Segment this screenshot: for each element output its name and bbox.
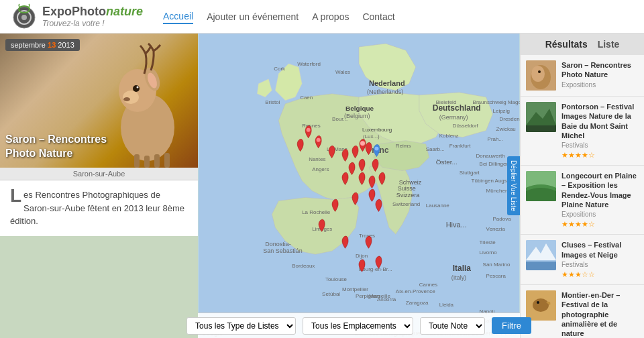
svg-text:Cork: Cork [274, 66, 285, 72]
main-content: Plan [0, 34, 644, 338]
result-item-4[interactable]: Cluses – Festival Images et Neige Festiv… [521, 235, 644, 285]
filter-bar: Tous les Type de Listes Tous les Emplace… [198, 313, 520, 338]
filter-button[interactable]: Filtre [492, 317, 531, 334]
deplier-vue-liste-button[interactable]: Déplier Vue Liste [507, 156, 520, 215]
filter-location-select[interactable]: Tous les Emplacements [303, 317, 413, 335]
filter-type-select[interactable]: Tous les Type de Listes [186, 317, 296, 335]
result-item-3[interactable]: Longecourt en Plaine – Exposition les Re… [521, 166, 644, 235]
result-thumb-2 [526, 102, 556, 132]
event-description: L es Rencontres Photographiques de Saron… [0, 180, 198, 236]
svg-point-90 [360, 141, 365, 146]
svg-text:Italia: Italia [453, 264, 472, 273]
event-description-text: es Rencontres Photographiques de Saron-s… [10, 190, 184, 226]
logo-brand: ExpoPhotonature [42, 5, 143, 19]
svg-text:San Marino: San Marino [483, 262, 511, 268]
svg-point-102 [537, 301, 539, 304]
result-category-1: Expositions [561, 81, 639, 89]
nav-add-event[interactable]: Ajouter un événement [207, 10, 299, 23]
filter-note-select[interactable]: Toute Note [420, 317, 485, 335]
event-title-overlay: Saron – Rencontres Photo Nature [5, 133, 140, 161]
svg-text:(Germany): (Germany) [439, 114, 468, 121]
svg-point-89 [374, 147, 378, 151]
svg-text:Cannes: Cannes [419, 282, 437, 288]
svg-rect-14 [154, 154, 160, 168]
svg-rect-99 [526, 262, 556, 270]
svg-text:Dresden: Dresden [500, 116, 520, 122]
svg-rect-15 [164, 153, 170, 168]
result-title-5: Montier-en-Der – Festival de la photogra… [561, 290, 639, 338]
svg-text:Montpellier: Montpellier [342, 286, 368, 292]
svg-text:Zaragoza: Zaragoza [406, 300, 429, 306]
svg-rect-13 [144, 156, 150, 168]
svg-text:Öster...: Öster... [436, 158, 458, 166]
svg-text:Wales: Wales [335, 69, 350, 75]
svg-text:Bordeaux: Bordeaux [292, 263, 315, 269]
result-title-3: Longecourt en Plaine – Exposition les Re… [561, 171, 639, 209]
svg-point-2 [21, 15, 27, 20]
event-date-badge: septembre 13 2013 [5, 39, 80, 51]
svg-text:Stuttgart: Stuttgart [460, 170, 480, 176]
result-category-2: Festivals [561, 142, 639, 149]
svg-text:Leipzig: Leipzig [493, 108, 510, 114]
event-card: septembre 13 2013 Saron – Rencontres Pho… [0, 34, 198, 236]
nav-accueil[interactable]: Accueil [163, 9, 193, 24]
svg-text:(Italy): (Italy) [451, 274, 466, 281]
result-thumb-4 [526, 240, 556, 270]
result-info-5: Montier-en-Der – Festival de la photogra… [561, 290, 639, 338]
svg-text:Rennes: Rennes [302, 123, 320, 129]
decorative-letter: L [10, 188, 21, 203]
result-item-1[interactable]: Saron – Rencontres Photo Nature Expositi… [521, 55, 644, 97]
result-stars-4: ★★★☆☆ [561, 270, 639, 279]
svg-text:Koblenz: Koblenz [439, 133, 459, 139]
result-info-4: Cluses – Festival Images et Neige Festiv… [561, 240, 639, 279]
logo-tagline: Trouvez-la votre ! [42, 19, 143, 28]
logo-area: ExpoPhotonature Trouvez-la votre ! [10, 3, 143, 31]
result-category-3: Expositions [561, 211, 639, 218]
svg-rect-96 [526, 125, 556, 132]
map-area[interactable]: Nederland (Netherlands) Deutschland (Ger… [198, 34, 520, 338]
map-background: Nederland (Netherlands) Deutschland (Ger… [198, 34, 520, 338]
svg-text:Schweiz: Schweiz [399, 179, 422, 186]
svg-point-8 [133, 85, 140, 92]
event-location: Saron-sur-Aube [0, 168, 198, 180]
map-svg: Nederland (Netherlands) Deutschland (Ger… [198, 34, 520, 338]
liste-tab[interactable]: Liste [598, 39, 620, 50]
result-title-4: Cluses – Festival Images et Neige [561, 240, 639, 260]
svg-text:(Belgium): (Belgium) [344, 113, 370, 119]
svg-text:Prah...: Prah... [488, 136, 503, 142]
result-item-5[interactable]: Montier-en-Der – Festival de la photogra… [521, 285, 644, 338]
svg-text:Caen: Caen [300, 95, 313, 101]
logo-text: ExpoPhotonature Trouvez-la votre ! [42, 5, 143, 29]
svg-text:Bour...: Bour... [332, 116, 347, 122]
svg-text:Aix-en-Provence: Aix-en-Provence [396, 288, 435, 294]
result-stars-2: ★★★★☆ [561, 151, 639, 160]
svg-text:Svizzera: Svizzera [396, 192, 419, 199]
svg-text:Suisse: Suisse [398, 185, 416, 192]
svg-text:Setúbal: Setúbal [322, 291, 340, 297]
nav-contact[interactable]: Contact [362, 10, 394, 23]
svg-text:(Netherlands): (Netherlands) [367, 89, 403, 95]
svg-text:Bielefeld: Bielefeld [436, 99, 457, 105]
svg-text:Switzerland: Switzerland [392, 201, 420, 207]
result-title-1: Saron – Rencontres Photo Nature [561, 60, 639, 80]
svg-text:Donostia-: Donostia- [265, 241, 290, 247]
main-nav: Accueil Ajouter un événement A propos Co… [163, 9, 395, 24]
header: ExpoPhotonature Trouvez-la votre ! Accue… [0, 0, 644, 34]
svg-point-94 [538, 70, 541, 73]
svg-text:Waterford: Waterford [297, 61, 321, 67]
result-item-2[interactable]: Pontorson – Festival Images Nature de la… [521, 97, 644, 166]
svg-text:Livorno: Livorno [480, 249, 498, 256]
svg-text:Braunschweig Magdeburg: Braunschweig Magdeburg [473, 99, 520, 105]
nav-apropos[interactable]: A propos [312, 10, 349, 23]
svg-text:Düsseldorf: Düsseldorf [453, 123, 479, 129]
svg-text:Bristol: Bristol [265, 99, 280, 105]
svg-point-9 [137, 87, 139, 89]
result-thumb-5 [526, 290, 556, 321]
svg-text:Pescara: Pescara [486, 273, 506, 279]
svg-text:Reims: Reims [396, 143, 411, 149]
svg-text:Nantes: Nantes [309, 156, 325, 162]
resultats-tab[interactable]: Résultats [545, 39, 588, 50]
svg-text:Padova: Padova [493, 216, 512, 222]
logo-icon [10, 3, 38, 31]
svg-text:München: München [486, 188, 508, 194]
